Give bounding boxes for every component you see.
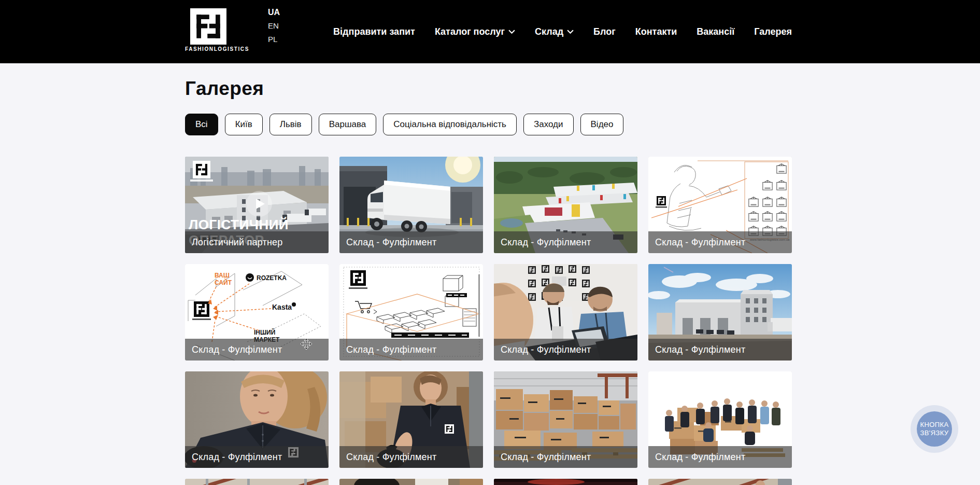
card-image <box>494 479 637 485</box>
card-image <box>185 479 329 485</box>
gallery-card[interactable]: Склад - Фулфілмент <box>339 264 483 361</box>
contact-button-inner: КНОПКА ЗВ'ЯЗКУ <box>917 411 952 447</box>
gallery-card[interactable]: Склад - Фулфілмент <box>339 371 483 468</box>
gallery-filters: Всі Київ Львів Варшава Соціальна відпові… <box>185 114 623 135</box>
gallery-card[interactable]: Склад - Фулфілмент <box>648 371 792 468</box>
filter-warsaw[interactable]: Варшава <box>319 114 377 135</box>
gallery-card[interactable] <box>185 479 329 485</box>
logo-icon <box>185 8 232 45</box>
language-switcher: UA EN PL <box>268 7 280 44</box>
play-icon <box>256 199 265 209</box>
lang-pl[interactable]: PL <box>268 34 280 44</box>
nav-blog[interactable]: Блог <box>593 26 616 37</box>
gallery-card[interactable] <box>494 479 637 485</box>
gallery-card[interactable]: Склад - Фулфілмент <box>494 157 637 253</box>
filter-social-responsibility[interactable]: Соціальна відповідальність <box>383 114 517 135</box>
play-button[interactable] <box>246 191 272 217</box>
lang-en[interactable]: EN <box>268 21 280 31</box>
card-caption: Склад - Фулфілмент <box>339 231 483 253</box>
nav-contacts[interactable]: Контакти <box>635 26 677 37</box>
gallery-card[interactable]: Склад - Фулфілмент <box>648 264 792 361</box>
svg-text:ROZETKA: ROZETKA <box>257 274 287 282</box>
gallery-card[interactable]: Склад - Фулфілмент <box>339 157 483 253</box>
contact-button-line2: ЗВ'ЯЗКУ <box>920 429 948 437</box>
card-caption: Склад - Фулфілмент <box>185 446 329 468</box>
svg-text:Kasta: Kasta <box>272 303 292 311</box>
contact-floating-button[interactable]: КНОПКА ЗВ'ЯЗКУ <box>911 405 958 453</box>
gallery-card-video[interactable]: ЛОГІСТИЧНИЙ ОПЕРАТОР Логістичний партнер <box>185 157 329 253</box>
logo-watermark <box>190 161 213 182</box>
card-caption: Склад - Фулфілмент <box>648 339 792 361</box>
nav-send-request[interactable]: Відправити запит <box>333 26 415 37</box>
filter-kyiv[interactable]: Київ <box>225 114 263 135</box>
card-caption: Склад - Фулфілмент <box>339 339 483 361</box>
brand-name: FASHIONLOGISTICS <box>185 46 233 52</box>
card-caption: Склад - Фулфілмент <box>648 231 792 253</box>
card-caption: Логістичний партнер <box>185 231 329 253</box>
card-caption: Склад - Фулфілмент <box>339 446 483 468</box>
nav-gallery[interactable]: Галерея <box>754 26 792 37</box>
contact-button-line1: КНОПКА <box>920 421 948 429</box>
filter-lviv[interactable]: Львів <box>269 114 312 135</box>
card-caption: Склад - Фулфілмент <box>494 231 637 253</box>
gallery-card[interactable]: Склад - Фулфілмент <box>185 371 329 468</box>
page-title: Галерея <box>185 78 264 100</box>
nav-warehouse[interactable]: Склад <box>535 26 574 37</box>
gallery-card[interactable] <box>648 479 792 485</box>
move-cursor-icon <box>300 338 313 350</box>
main-nav: Відправити запит Каталог послуг Склад Бл… <box>333 0 792 63</box>
chevron-down-icon <box>508 30 515 34</box>
card-image <box>339 479 483 485</box>
nav-services-catalog[interactable]: Каталог послуг <box>435 26 515 37</box>
filter-events[interactable]: Заходи <box>523 114 574 135</box>
svg-text:ІНШИЙ: ІНШИЙ <box>254 328 275 336</box>
card-caption: Склад - Фулфілмент <box>494 446 637 468</box>
svg-text:ВАШ: ВАШ <box>215 272 230 279</box>
filter-all[interactable]: Всі <box>185 114 218 135</box>
card-caption: Склад - Фулфілмент <box>648 446 792 468</box>
nav-vacancies[interactable]: Вакансії <box>697 26 734 37</box>
gallery-card[interactable] <box>339 479 483 485</box>
filter-video[interactable]: Відео <box>580 114 624 135</box>
card-image <box>648 479 792 485</box>
gallery-card[interactable]: Склад - Фулфілмент <box>494 264 637 361</box>
gallery-card[interactable]: ВАШ САЙТ ROZETKA Kasta ІНШИЙ МАРКЕТ <box>185 264 329 361</box>
chevron-down-icon <box>567 30 574 34</box>
svg-text:САЙТ: САЙТ <box>215 279 232 286</box>
gallery-card[interactable]: www.fashionlogistics.com.ua Склад - Фулф… <box>648 157 792 253</box>
site-header: FASHIONLOGISTICS UA EN PL Відправити зап… <box>0 0 980 63</box>
gallery-card[interactable]: Склад - Фулфілмент <box>494 371 637 468</box>
gallery-grid: ЛОГІСТИЧНИЙ ОПЕРАТОР Логістичний партнер <box>185 157 792 485</box>
lang-ua[interactable]: UA <box>268 7 280 17</box>
card-caption: Склад - Фулфілмент <box>494 339 637 361</box>
logo[interactable]: FASHIONLOGISTICS <box>185 8 233 52</box>
